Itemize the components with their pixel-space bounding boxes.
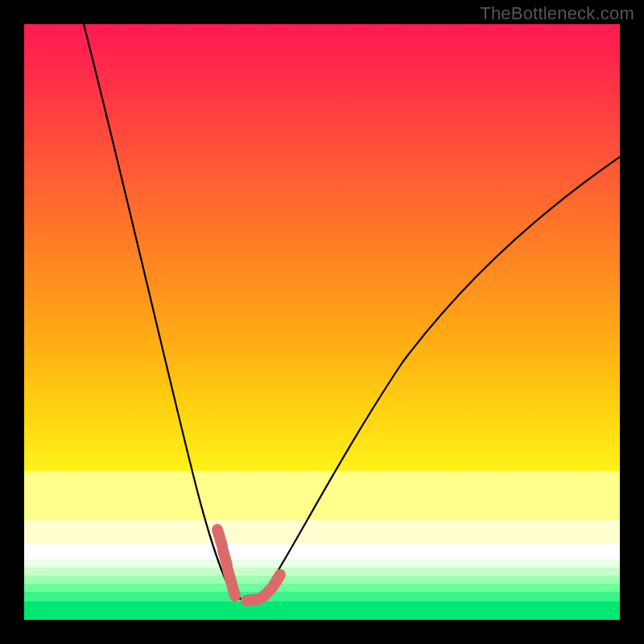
curves-svg [24, 24, 620, 620]
plot-area [24, 24, 620, 620]
curve-left-branch [84, 24, 233, 596]
watermark-text: TheBottleneck.com [480, 3, 634, 24]
highlight-valley-3 [274, 575, 280, 585]
highlight-left-4 [233, 588, 235, 596]
highlight-left-1 [217, 530, 222, 546]
highlight-left-2 [223, 551, 227, 565]
curve-right-branch [262, 157, 620, 596]
